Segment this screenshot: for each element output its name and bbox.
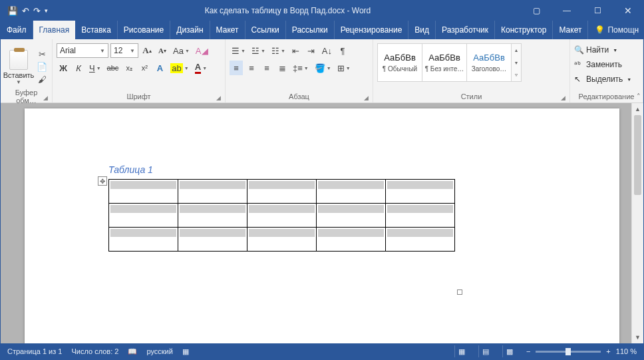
table-caption[interactable]: Таблица 1 bbox=[108, 164, 153, 175]
bold-button[interactable]: Ж bbox=[57, 61, 70, 75]
group-editing: 🔍Найти▼ ᵃᵇЗаменить ↖Выделить▼ Редактиров… bbox=[570, 39, 643, 102]
redo-icon[interactable]: ↷ bbox=[33, 6, 41, 16]
styles-gallery-more[interactable]: ▴▾▿ bbox=[511, 43, 522, 82]
macro-icon[interactable]: ▦ bbox=[182, 347, 189, 356]
tab-draw[interactable]: Рисование bbox=[118, 21, 170, 39]
style-no-spacing[interactable]: АаБбВв¶ Без инте… bbox=[422, 43, 467, 82]
table-move-handle[interactable]: ✥ bbox=[98, 176, 107, 186]
align-right-button[interactable]: ≡ bbox=[260, 61, 273, 75]
justify-button[interactable]: ≣ bbox=[275, 61, 289, 75]
sort-button[interactable]: A↓ bbox=[320, 43, 334, 58]
shrink-font-button[interactable]: A▾ bbox=[156, 43, 169, 58]
minimize-button[interactable]: ― bbox=[552, 1, 582, 21]
dialog-launcher-icon[interactable]: ◢ bbox=[364, 94, 369, 101]
align-left-button[interactable]: ≡ bbox=[230, 61, 243, 75]
strike-button[interactable]: abc bbox=[105, 61, 121, 75]
document-area: Таблица 1 ✥ ▲ ▼ bbox=[1, 103, 643, 343]
table-resize-handle[interactable] bbox=[457, 289, 462, 295]
collapse-ribbon-button[interactable]: ˄ bbox=[637, 92, 641, 101]
quick-access-toolbar: 💾 ↶ ↷ ▾ bbox=[1, 6, 55, 16]
tab-view[interactable]: Вид bbox=[408, 21, 436, 39]
vertical-scrollbar[interactable]: ▲ ▼ bbox=[631, 103, 643, 343]
tab-mailings[interactable]: Рассылки bbox=[286, 21, 335, 39]
highlight-button[interactable]: ab▼ bbox=[168, 61, 190, 75]
subscript-button[interactable]: x₂ bbox=[122, 61, 136, 75]
status-bar: Страница 1 из 1 Число слов: 2 📖 русский … bbox=[1, 343, 643, 359]
multilevel-button[interactable]: ☷▼ bbox=[269, 43, 287, 58]
dialog-launcher-icon[interactable]: ◢ bbox=[216, 94, 221, 101]
page-count[interactable]: Страница 1 из 1 bbox=[7, 347, 62, 355]
tab-home[interactable]: Главная bbox=[33, 21, 76, 39]
italic-button[interactable]: К bbox=[72, 61, 85, 75]
numbering-button[interactable]: ☳▼ bbox=[249, 43, 267, 58]
tab-design[interactable]: Дизайн bbox=[170, 21, 210, 39]
underline-button[interactable]: Ч▼ bbox=[87, 61, 103, 75]
save-icon[interactable]: 💾 bbox=[7, 6, 18, 16]
grow-font-button[interactable]: A▴ bbox=[140, 43, 154, 58]
zoom-out-button[interactable]: − bbox=[526, 347, 530, 355]
font-color-button[interactable]: A▼ bbox=[193, 61, 209, 75]
group-paragraph: ☰▼ ☳▼ ☷▼ ⇤ ⇥ A↓ ¶ ≡ ≡ ≡ ≣ ‡≡▼ 🪣▼ ⊞▼ bbox=[226, 39, 373, 102]
find-button[interactable]: 🔍Найти▼ bbox=[574, 43, 617, 57]
tab-review[interactable]: Рецензирование bbox=[335, 21, 409, 39]
zoom-slider[interactable] bbox=[536, 351, 601, 353]
dialog-launcher-icon[interactable]: ◢ bbox=[43, 94, 48, 101]
paste-icon bbox=[9, 50, 28, 70]
page[interactable]: Таблица 1 ✥ bbox=[25, 108, 619, 343]
close-button[interactable]: ✕ bbox=[613, 1, 643, 21]
select-button[interactable]: ↖Выделить▼ bbox=[574, 73, 631, 86]
align-center-button[interactable]: ≡ bbox=[245, 61, 258, 75]
print-layout-icon[interactable]: ▤ bbox=[478, 345, 493, 357]
read-mode-icon[interactable]: ▦ bbox=[454, 345, 469, 357]
scroll-down-icon[interactable]: ▼ bbox=[632, 331, 643, 343]
tab-table-design[interactable]: Конструктор bbox=[495, 21, 553, 39]
tab-developer[interactable]: Разработчик bbox=[436, 21, 495, 39]
title-bar: 💾 ↶ ↷ ▾ Как сделать таблицу в Ворд Пад.d… bbox=[1, 1, 643, 21]
table[interactable] bbox=[108, 179, 455, 252]
tab-references[interactable]: Ссылки bbox=[245, 21, 286, 39]
ribbon-tabs: Файл Главная Вставка Рисование Дизайн Ма… bbox=[1, 21, 643, 39]
tell-me[interactable]: 💡Помощн bbox=[588, 21, 644, 39]
show-marks-button[interactable]: ¶ bbox=[336, 43, 349, 58]
group-font: Arial▼ 12▼ A▴ A▾ Aa▼ A◢ Ж К Ч▼ abc x₂ x²… bbox=[53, 39, 226, 102]
web-layout-icon[interactable]: ▩ bbox=[502, 345, 517, 357]
decrease-indent-button[interactable]: ⇤ bbox=[289, 43, 303, 58]
dialog-launcher-icon[interactable]: ◢ bbox=[561, 94, 565, 101]
format-painter-icon[interactable]: 🖌 bbox=[35, 75, 49, 85]
change-case-button[interactable]: Aa▼ bbox=[171, 43, 192, 58]
superscript-button[interactable]: x² bbox=[138, 61, 151, 75]
group-styles: АаБбВв¶ Обычный АаБбВв¶ Без инте… АаБбВв… bbox=[373, 39, 570, 102]
clear-format-button[interactable]: A◢ bbox=[194, 43, 210, 58]
cut-icon[interactable]: ✂ bbox=[35, 49, 49, 59]
window-title: Как сделать таблицу в Ворд Пад.docx - Wo… bbox=[55, 6, 521, 15]
qat-customize-icon[interactable]: ▾ bbox=[45, 7, 48, 14]
tab-file[interactable]: Файл bbox=[1, 21, 33, 39]
undo-icon[interactable]: ↶ bbox=[22, 6, 29, 16]
scroll-up-icon[interactable]: ▲ bbox=[632, 103, 643, 115]
ribbon-options-icon[interactable]: ▢ bbox=[521, 1, 552, 21]
style-normal[interactable]: АаБбВв¶ Обычный bbox=[377, 43, 422, 82]
tab-insert[interactable]: Вставка bbox=[75, 21, 118, 39]
zoom-in-button[interactable]: + bbox=[606, 347, 610, 355]
borders-button[interactable]: ⊞▼ bbox=[335, 61, 353, 75]
language[interactable]: русский bbox=[146, 347, 172, 355]
replace-button[interactable]: ᵃᵇЗаменить bbox=[574, 58, 622, 71]
bullets-button[interactable]: ☰▼ bbox=[230, 43, 247, 58]
font-size-combo[interactable]: 12▼ bbox=[110, 43, 138, 58]
text-effects-button[interactable]: A bbox=[153, 61, 166, 75]
shading-button[interactable]: 🪣▼ bbox=[313, 61, 333, 75]
font-name-combo[interactable]: Arial▼ bbox=[57, 43, 108, 58]
tab-layout[interactable]: Макет bbox=[210, 21, 245, 39]
zoom-level[interactable]: 110 % bbox=[616, 347, 637, 355]
increase-indent-button[interactable]: ⇥ bbox=[305, 43, 318, 58]
spellcheck-icon[interactable]: 📖 bbox=[128, 347, 137, 356]
maximize-button[interactable]: ☐ bbox=[582, 1, 613, 21]
copy-icon[interactable]: 📄 bbox=[35, 62, 49, 72]
lightbulb-icon: 💡 bbox=[595, 25, 605, 35]
word-count[interactable]: Число слов: 2 bbox=[71, 347, 118, 355]
scroll-thumb[interactable] bbox=[634, 115, 641, 195]
paste-button[interactable]: Вставить ▼ bbox=[5, 47, 33, 85]
style-heading1[interactable]: АаБбВвЗаголово… bbox=[466, 43, 512, 82]
line-spacing-button[interactable]: ‡≡▼ bbox=[291, 61, 311, 75]
tab-table-layout[interactable]: Макет bbox=[553, 21, 588, 39]
